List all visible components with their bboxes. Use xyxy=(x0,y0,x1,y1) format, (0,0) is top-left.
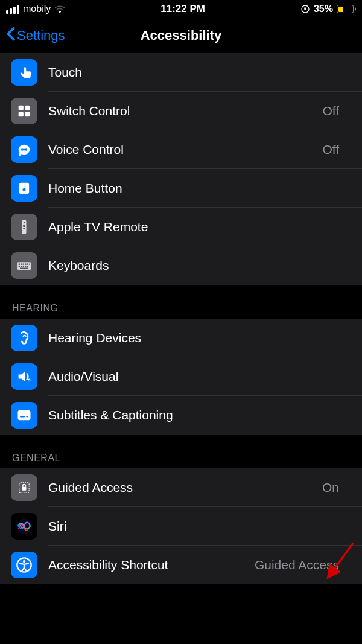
status-right: 35% xyxy=(300,4,356,14)
chevron-right-icon xyxy=(344,105,351,117)
home-button-icon xyxy=(11,175,37,202)
subtitles-icon xyxy=(11,402,37,429)
status-time: 11:22 PM xyxy=(160,3,205,15)
touch-icon xyxy=(11,59,37,86)
row-label: Siri xyxy=(48,519,66,534)
row-home-button[interactable]: Home Button xyxy=(0,169,362,208)
row-label: Accessibility Shortcut xyxy=(48,558,168,572)
row-label: Guided Access xyxy=(48,480,133,495)
battery-icon xyxy=(337,5,356,13)
svg-rect-1 xyxy=(304,8,306,10)
row-label: Home Button xyxy=(48,181,122,196)
row-label: Hearing Devices xyxy=(48,331,141,345)
chevron-right-icon xyxy=(344,482,351,494)
row-label: Switch Control xyxy=(48,104,130,118)
row-value: Off xyxy=(322,142,339,157)
siri-icon xyxy=(11,513,37,540)
row-label: Keyboards xyxy=(48,258,109,273)
row-label: Apple TV Remote xyxy=(48,220,148,234)
signal-bars-icon xyxy=(6,5,19,14)
row-voice-control[interactable]: Voice ControlOff xyxy=(0,130,362,169)
switch-control-icon xyxy=(11,98,37,124)
row-label: Voice Control xyxy=(48,142,124,157)
chevron-right-icon xyxy=(344,332,351,344)
chevron-right-icon xyxy=(344,371,351,383)
row-value: Off xyxy=(322,104,339,118)
row-label: Audio/Visual xyxy=(48,369,118,384)
chevron-right-icon xyxy=(344,144,351,156)
battery-percent: 35% xyxy=(314,4,333,14)
row-label: Subtitles & Captioning xyxy=(48,408,173,422)
chevron-right-icon xyxy=(344,221,351,233)
apple-tv-remote-icon xyxy=(11,214,37,240)
wifi-icon xyxy=(54,5,65,13)
guided-access-icon xyxy=(11,474,37,501)
row-value: Guided Access xyxy=(255,558,339,572)
group-header: HEARING xyxy=(0,285,362,319)
row-label: Touch xyxy=(48,65,82,80)
group-header: GENERAL xyxy=(0,435,362,468)
chevron-right-icon xyxy=(344,182,351,194)
page-title: Accessibility xyxy=(0,28,362,43)
row-accessibility-shortcut[interactable]: Accessibility ShortcutGuided Access xyxy=(0,546,362,584)
row-apple-tv-remote[interactable]: Apple TV Remote xyxy=(0,208,362,246)
audio-visual-icon xyxy=(11,363,37,390)
row-guided-access[interactable]: Guided AccessOn xyxy=(0,468,362,507)
chevron-right-icon xyxy=(344,520,351,532)
chevron-right-icon xyxy=(344,260,351,272)
hearing-devices-icon xyxy=(11,325,37,351)
chevron-right-icon xyxy=(344,559,351,571)
carrier-label: mobily xyxy=(23,4,51,14)
row-hearing-devices[interactable]: Hearing Devices xyxy=(0,319,362,357)
chevron-right-icon xyxy=(344,409,351,421)
voice-control-icon xyxy=(11,136,37,163)
row-value: On xyxy=(322,480,339,495)
row-switch-control[interactable]: Switch ControlOff xyxy=(0,92,362,130)
status-left: mobily xyxy=(6,4,65,14)
row-siri[interactable]: Siri xyxy=(0,507,362,546)
row-touch[interactable]: Touch xyxy=(0,53,362,92)
status-bar: mobily 11:22 PM 35% xyxy=(0,0,362,18)
row-subtitles[interactable]: Subtitles & Captioning xyxy=(0,396,362,435)
row-keyboards[interactable]: Keyboards xyxy=(0,246,362,285)
nav-bar: Settings Accessibility xyxy=(0,18,362,53)
accessibility-shortcut-icon xyxy=(11,552,37,578)
rotation-lock-icon xyxy=(300,4,310,14)
keyboards-icon xyxy=(11,252,37,279)
row-audio-visual[interactable]: Audio/Visual xyxy=(0,357,362,396)
chevron-right-icon xyxy=(344,66,351,78)
